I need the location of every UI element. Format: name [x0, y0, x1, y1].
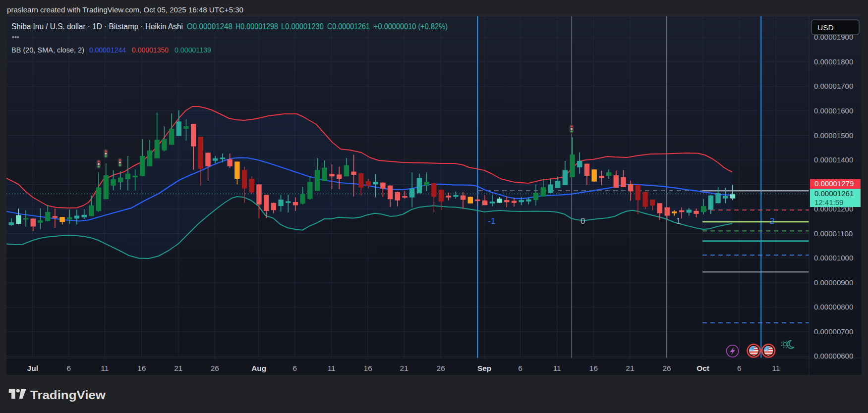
svg-text:0.00001700: 0.00001700	[814, 82, 853, 90]
svg-text:26: 26	[211, 364, 219, 372]
svg-text:12:41:59: 12:41:59	[814, 198, 843, 206]
svg-text:16: 16	[589, 364, 598, 372]
svg-text:0.00001600: 0.00001600	[814, 106, 853, 115]
svg-text:0.00001244: 0.00001244	[89, 46, 126, 54]
svg-text:O0.00001248: O0.00001248	[187, 22, 232, 31]
svg-text:0.00000900: 0.00000900	[814, 278, 853, 287]
svg-text:0.00001350: 0.00001350	[132, 46, 169, 54]
svg-text:0: 0	[580, 216, 585, 226]
svg-text:0.00001000: 0.00001000	[814, 254, 853, 262]
svg-text:•••: •••	[12, 33, 19, 41]
svg-text:11: 11	[772, 364, 780, 372]
svg-text:6: 6	[518, 364, 522, 372]
svg-text:6: 6	[66, 364, 71, 372]
svg-text:11: 11	[101, 364, 109, 372]
svg-text:16: 16	[137, 364, 146, 372]
svg-text:H0.00001298: H0.00001298	[235, 22, 278, 31]
svg-text:0.00000700: 0.00000700	[814, 327, 853, 336]
svg-text:USD: USD	[817, 23, 834, 32]
svg-text:0.00001261: 0.00001261	[814, 189, 854, 198]
svg-text:0.00000600: 0.00000600	[814, 352, 853, 360]
svg-text:praslearn created with Trading: praslearn created with TradingView.com, …	[7, 5, 243, 14]
svg-text:0.00000800: 0.00000800	[814, 303, 853, 311]
svg-text:21: 21	[400, 364, 408, 372]
svg-text:16: 16	[364, 364, 372, 372]
svg-text:Aug: Aug	[251, 364, 266, 372]
svg-text:Oct: Oct	[696, 364, 709, 372]
svg-text:21: 21	[626, 364, 634, 372]
svg-text:11: 11	[328, 364, 336, 372]
svg-text:0.00001139: 0.00001139	[174, 46, 211, 54]
svg-text:-1: -1	[488, 216, 495, 226]
svg-text:6: 6	[292, 364, 297, 372]
svg-text:11: 11	[553, 364, 561, 372]
svg-text:Jul: Jul	[27, 364, 38, 372]
svg-text:L0.00001230: L0.00001230	[281, 22, 324, 31]
svg-text:0.00001279: 0.00001279	[814, 179, 854, 188]
svg-text:Shiba Inu / U.S. dollar · 1D ·: Shiba Inu / U.S. dollar · 1D · Bitstamp …	[11, 22, 183, 31]
svg-text:26: 26	[437, 364, 445, 372]
svg-text:BB (20, SMA, close, 2): BB (20, SMA, close, 2)	[11, 46, 84, 54]
svg-text:26: 26	[662, 364, 671, 372]
svg-text:2: 2	[770, 216, 774, 226]
svg-text:0.00001100: 0.00001100	[814, 229, 853, 238]
svg-text:Sep: Sep	[477, 364, 491, 372]
svg-text:TradingView: TradingView	[30, 389, 106, 402]
svg-text:1: 1	[676, 216, 681, 226]
svg-text:0.00001400: 0.00001400	[814, 155, 853, 164]
svg-text:0.00001800: 0.00001800	[814, 57, 853, 66]
svg-text:0.00001500: 0.00001500	[814, 131, 853, 140]
svg-text:+0.00000010 (+0.82%): +0.00000010 (+0.82%)	[374, 22, 448, 31]
svg-text:6: 6	[737, 364, 742, 372]
svg-text:21: 21	[174, 364, 182, 372]
svg-text:C0.00001261: C0.00001261	[327, 22, 370, 31]
